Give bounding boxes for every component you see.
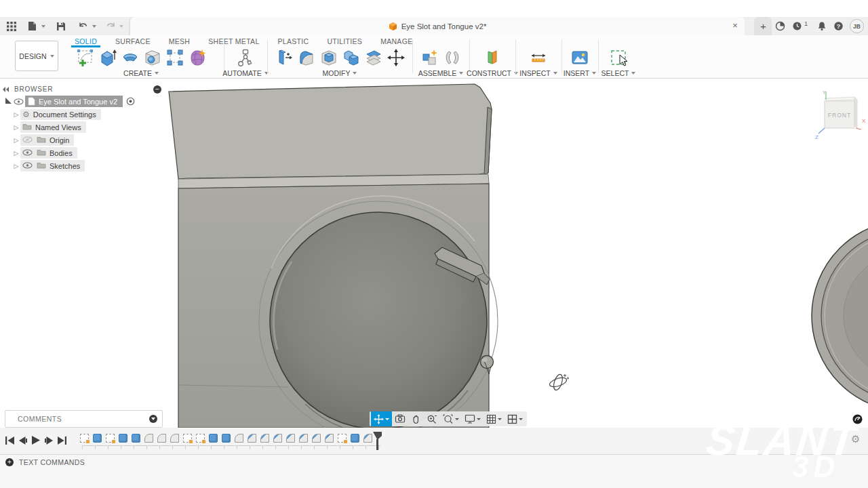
- select-group-label[interactable]: SELECT: [599, 69, 637, 77]
- performance-indicator-icon[interactable]: [852, 414, 863, 427]
- new-component-button[interactable]: [418, 46, 441, 69]
- expander-icon[interactable]: ▷: [12, 124, 20, 131]
- browser-item-document-settings[interactable]: ▷⚙Document Settings: [3, 108, 164, 121]
- redo-icon[interactable]: [102, 17, 119, 35]
- visibility-eye-icon[interactable]: [22, 136, 33, 144]
- text-commands-label[interactable]: TEXT COMMANDS: [19, 458, 85, 466]
- expander-icon[interactable]: ▷: [12, 111, 20, 118]
- visibility-eye-icon[interactable]: [22, 162, 33, 170]
- timeline-go-to-start-button[interactable]: [5, 436, 14, 445]
- joint-button[interactable]: [441, 46, 463, 69]
- measure-button[interactable]: [528, 46, 550, 69]
- fillet-button[interactable]: [295, 46, 317, 69]
- ribbon-tab-plastic[interactable]: PLASTIC: [278, 37, 309, 45]
- zoom-tool-button[interactable]: [424, 411, 440, 426]
- timeline-feature-sketch-icon[interactable]: [183, 434, 192, 443]
- construct-group-label[interactable]: CONSTRUCT: [471, 69, 514, 77]
- timeline-settings-gear-icon[interactable]: ⚙: [851, 433, 860, 445]
- press-pull-button[interactable]: [273, 46, 295, 69]
- timeline-step-forward-button[interactable]: [45, 436, 53, 445]
- browser-item-sketches[interactable]: ▷Sketches: [3, 159, 164, 172]
- timeline-feature-extrude-icon[interactable]: [209, 434, 218, 443]
- new-tab-button[interactable]: +: [754, 17, 772, 35]
- document-tab[interactable]: Eye Slot and Tongue v2* ×: [130, 17, 745, 35]
- collapse-panel-icon[interactable]: [3, 87, 9, 92]
- grid-display-button[interactable]: [484, 411, 505, 426]
- ribbon-tab-utilities[interactable]: UTILITIES: [327, 37, 362, 45]
- close-tab-icon[interactable]: ×: [730, 20, 741, 31]
- timeline-step-back-button[interactable]: [19, 436, 27, 445]
- undo-icon[interactable]: [75, 17, 92, 35]
- timeline-feature-fillet-icon[interactable]: [144, 434, 153, 443]
- activate-component-radio[interactable]: [126, 97, 135, 106]
- create-group-label[interactable]: CREATE: [68, 69, 214, 77]
- viewport-canvas[interactable]: FRONT Y X Z BROWSER −: [0, 79, 868, 428]
- timeline-feature-fillet-blue-icon[interactable]: [299, 434, 308, 443]
- insert-button[interactable]: [569, 46, 591, 69]
- insert-group-label[interactable]: INSERT: [563, 69, 597, 77]
- timeline-feature-fillet-blue-icon[interactable]: [363, 434, 372, 443]
- help-icon[interactable]: ?: [830, 17, 847, 35]
- timeline-feature-fillet-icon[interactable]: [157, 434, 166, 443]
- construction-plane-button[interactable]: [481, 46, 504, 69]
- revolve-button[interactable]: [119, 46, 141, 69]
- user-avatar[interactable]: JB: [850, 19, 864, 33]
- timeline-feature-sketch-icon[interactable]: [106, 434, 115, 443]
- timeline-feature-extrude-icon[interactable]: [222, 434, 231, 443]
- visibility-eye-icon[interactable]: [14, 98, 24, 105]
- timeline-feature-fillet-icon[interactable]: [235, 434, 243, 443]
- timeline-feature-fillet-blue-icon[interactable]: [312, 434, 321, 443]
- combine-button[interactable]: [340, 46, 362, 69]
- browser-close-icon[interactable]: −: [153, 85, 161, 94]
- visibility-eye-icon[interactable]: [22, 149, 33, 157]
- ribbon-tab-mesh[interactable]: MESH: [169, 37, 191, 45]
- timeline-feature-fillet-blue-icon[interactable]: [248, 434, 256, 443]
- form-button[interactable]: [186, 46, 208, 69]
- inspect-group-label[interactable]: INSPECT: [517, 69, 560, 77]
- create-sketch-button[interactable]: [74, 46, 96, 69]
- pan-tool-button[interactable]: [408, 411, 424, 426]
- viewports-button[interactable]: [505, 411, 526, 426]
- timeline-feature-extrude-icon[interactable]: [132, 434, 140, 443]
- timeline-feature-fillet-blue-icon[interactable]: [286, 434, 295, 443]
- comments-expand-icon[interactable]: [149, 415, 157, 423]
- timeline-position-marker[interactable]: [372, 432, 383, 453]
- ribbon-tab-surface[interactable]: SURFACE: [115, 37, 151, 45]
- file-menu-caret[interactable]: [41, 25, 45, 28]
- comments-bar[interactable]: COMMENTS: [5, 410, 163, 428]
- automate-button[interactable]: [235, 46, 257, 69]
- automate-group-label[interactable]: AUTOMATE: [225, 69, 266, 77]
- orbit-tool-button[interactable]: [371, 411, 392, 426]
- timeline-feature-extrude-icon[interactable]: [351, 434, 359, 443]
- save-icon[interactable]: [52, 17, 69, 35]
- timeline-feature-sketch-icon[interactable]: [196, 434, 205, 443]
- assemble-group-label[interactable]: ASSEMBLE: [414, 69, 468, 77]
- timeline-go-to-end-button[interactable]: [58, 436, 66, 445]
- text-commands-expand-icon[interactable]: +: [5, 458, 14, 466]
- shell-button[interactable]: [317, 46, 340, 69]
- notifications-bell-icon[interactable]: [813, 17, 830, 35]
- timeline-play-button[interactable]: [32, 436, 40, 445]
- ribbon-tab-solid[interactable]: SOLID: [75, 37, 97, 45]
- modify-group-label[interactable]: MODIFY: [269, 69, 411, 77]
- extrude-button[interactable]: [96, 46, 119, 69]
- app-grid-icon[interactable]: [3, 17, 20, 35]
- file-icon[interactable]: [24, 17, 41, 35]
- expander-icon[interactable]: ▷: [12, 163, 20, 169]
- expander-icon[interactable]: [4, 98, 12, 105]
- timeline-feature-sketch-icon[interactable]: [80, 434, 89, 443]
- timeline-feature-fillet-icon[interactable]: [170, 434, 179, 443]
- browser-item-bodies[interactable]: ▷Bodies: [3, 146, 164, 159]
- ribbon-tab-sheet-metal[interactable]: SHEET METAL: [208, 37, 259, 45]
- extensions-icon[interactable]: [772, 17, 789, 35]
- hole-button[interactable]: [141, 46, 163, 69]
- browser-item-named-views[interactable]: ▷Named Views: [3, 121, 164, 134]
- browser-item-origin[interactable]: ▷Origin: [3, 134, 164, 146]
- timeline-feature-fillet-blue-icon[interactable]: [273, 434, 282, 443]
- look-at-tool-button[interactable]: [392, 411, 408, 426]
- workspace-selector[interactable]: DESIGN: [15, 41, 58, 71]
- undo-menu-caret[interactable]: [92, 25, 96, 28]
- display-settings-button[interactable]: [462, 411, 484, 426]
- timeline-feature-extrude-icon[interactable]: [93, 434, 102, 443]
- redo-menu-caret[interactable]: [119, 25, 123, 28]
